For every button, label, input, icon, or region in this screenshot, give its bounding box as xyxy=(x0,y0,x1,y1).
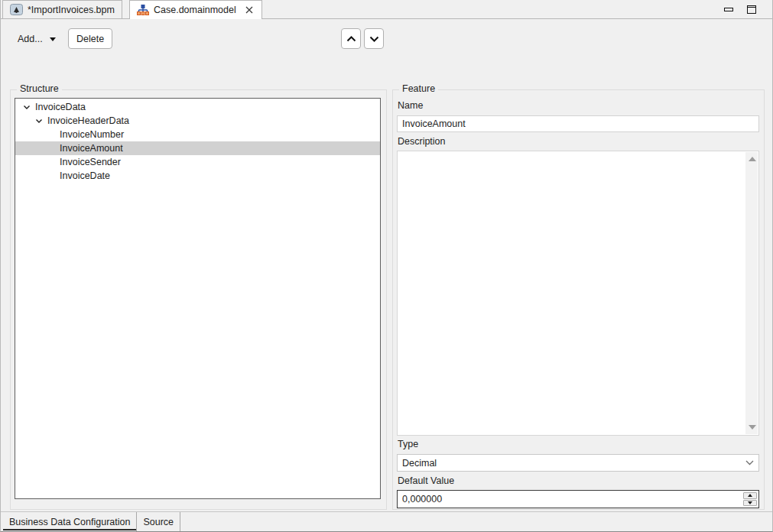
chevron-down-icon xyxy=(745,460,754,466)
chevron-up-icon xyxy=(346,36,356,42)
scroll-down-icon[interactable] xyxy=(749,425,756,430)
default-value-label: Default Value xyxy=(398,475,454,486)
chevron-down-icon xyxy=(50,37,56,41)
description-box xyxy=(397,151,759,436)
default-value-input[interactable] xyxy=(398,491,740,508)
tree-item-invoiceheaderdata[interactable]: InvoiceHeaderData xyxy=(15,114,380,128)
editor-window: *ImportInvoices.bpm Case.domainmodel A xyxy=(0,0,773,532)
editor-tab-bar: *ImportInvoices.bpm Case.domainmodel xyxy=(1,0,772,19)
tree-item-label: InvoiceData xyxy=(35,102,86,112)
description-scrollbar[interactable] xyxy=(745,152,758,434)
name-label: Name xyxy=(398,100,423,111)
tree-item-invoicedata[interactable]: InvoiceData xyxy=(15,100,380,114)
add-dropdown-button[interactable]: Add... xyxy=(15,29,59,49)
type-label: Type xyxy=(398,439,418,449)
tab-label: Case.domainmodel xyxy=(154,5,236,15)
feature-group-legend: Feature xyxy=(399,83,438,94)
delete-button[interactable]: Delete xyxy=(68,28,112,49)
tree-item-invoicesender[interactable]: InvoiceSender xyxy=(15,155,380,169)
minimize-icon[interactable] xyxy=(722,3,736,15)
triangle-up-icon xyxy=(748,494,752,497)
delete-button-label: Delete xyxy=(76,34,104,44)
move-down-button[interactable] xyxy=(364,28,384,49)
spin-up-button[interactable] xyxy=(743,492,757,499)
description-label: Description xyxy=(398,136,446,147)
tab-label: *ImportInvoices.bpm xyxy=(28,5,115,15)
scroll-up-icon[interactable] xyxy=(749,157,756,161)
name-input[interactable] xyxy=(397,115,759,132)
close-icon[interactable] xyxy=(244,5,255,15)
spin-down-button[interactable] xyxy=(743,500,757,507)
tab-case-domainmodel[interactable]: Case.domainmodel xyxy=(129,0,262,19)
type-select-value: Decimal xyxy=(402,458,437,469)
bpm-file-icon xyxy=(10,4,23,15)
description-input[interactable] xyxy=(398,151,745,435)
tree-item-invoicedate[interactable]: InvoiceDate xyxy=(15,169,380,183)
tab-business-data-configuration[interactable]: Business Data Configuration xyxy=(3,512,137,531)
domainmodel-icon xyxy=(137,4,149,16)
structure-group-legend: Structure xyxy=(17,83,62,94)
tree-item-label: InvoiceHeaderData xyxy=(47,115,129,126)
bottom-tab-label: Source xyxy=(143,517,174,527)
tree-item-label: InvoiceAmount xyxy=(60,143,123,154)
triangle-down-icon xyxy=(748,501,752,504)
tree-item-invoicenumber[interactable]: InvoiceNumber xyxy=(15,128,380,141)
structure-tree: InvoiceData InvoiceHeaderData InvoiceNum… xyxy=(15,98,381,499)
default-value-spinner xyxy=(397,490,759,508)
add-button-label: Add... xyxy=(18,34,43,44)
chevron-down-icon[interactable] xyxy=(23,103,31,111)
type-select[interactable]: Decimal xyxy=(397,454,759,472)
tree-item-label: InvoiceNumber xyxy=(60,129,124,140)
tab-import-invoices[interactable]: *ImportInvoices.bpm xyxy=(2,0,122,18)
bottom-tab-bar: Business Data Configuration Source xyxy=(1,511,772,531)
tab-source[interactable]: Source xyxy=(137,512,180,531)
feature-group: Feature Name Description Type Decimal De… xyxy=(392,89,765,510)
bottom-tab-label: Business Data Configuration xyxy=(9,517,130,527)
toolbar: Add... Delete xyxy=(1,20,772,52)
chevron-down-icon[interactable] xyxy=(35,117,43,125)
chevron-down-icon xyxy=(369,36,379,42)
tree-item-label: InvoiceSender xyxy=(60,157,121,167)
tree-item-label: InvoiceDate xyxy=(60,170,110,181)
maximize-icon[interactable] xyxy=(745,3,758,15)
move-up-button[interactable] xyxy=(341,28,361,49)
spinner-buttons xyxy=(742,491,758,507)
structure-group: Structure InvoiceData InvoiceHeaderData … xyxy=(10,89,387,510)
tree-item-invoiceamount[interactable]: InvoiceAmount xyxy=(15,141,380,155)
